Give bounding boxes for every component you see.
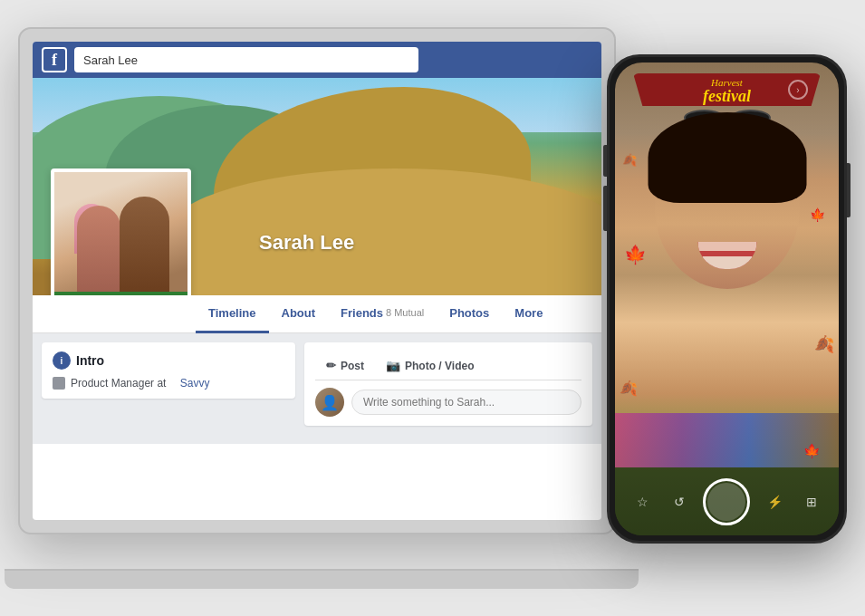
photo-video-tab[interactable]: 📷 Photo / Video bbox=[375, 351, 485, 380]
leaf-6: 🍂 bbox=[622, 153, 637, 167]
power-button bbox=[847, 163, 851, 217]
intro-card: i Intro Product Manager at Savvy bbox=[42, 342, 295, 399]
cover-photo-area: Sarah Lee save our park bbox=[33, 78, 601, 295]
post-tab[interactable]: ✏ Post bbox=[315, 351, 375, 380]
camera-icon: 📷 bbox=[386, 359, 400, 372]
gallery-button[interactable]: ⊞ bbox=[799, 489, 824, 515]
leaf-4: 🍂 bbox=[620, 380, 638, 397]
post-input-row: 👤 bbox=[315, 388, 581, 417]
profile-name-on-cover: Sarah Lee bbox=[259, 231, 354, 255]
leaf-3: 🍁 bbox=[810, 207, 825, 222]
left-column: i Intro Product Manager at Savvy bbox=[42, 342, 295, 435]
flip-camera-button[interactable]: ↺ bbox=[667, 489, 692, 515]
profile-content: i Intro Product Manager at Savvy bbox=[33, 333, 601, 444]
nav-about[interactable]: About bbox=[269, 295, 329, 333]
search-input[interactable] bbox=[74, 47, 418, 72]
flash-button[interactable]: ⚡ bbox=[762, 489, 787, 515]
phone-inner: 🍁 🍂 🍁 🍂 🍁 🍂 Harvest festival › bbox=[615, 63, 839, 535]
job-info: Product Manager at Savvy bbox=[53, 377, 284, 390]
scene: f Sarah Lee bbox=[0, 0, 865, 616]
leaf-2: 🍂 bbox=[814, 334, 834, 354]
leaf-5: 🍁 bbox=[803, 443, 821, 459]
facebook-logo-icon: f bbox=[42, 47, 67, 72]
profile-nav: Timeline About Friends 8 Mutual Photos M… bbox=[33, 295, 601, 333]
intro-icon: i bbox=[53, 351, 71, 370]
volume-up-button bbox=[603, 145, 607, 177]
intro-title: i Intro bbox=[53, 351, 284, 370]
nav-more[interactable]: More bbox=[502, 295, 555, 333]
volume-down-button bbox=[603, 186, 607, 231]
harvest-banner: Harvest festival › bbox=[633, 73, 821, 106]
laptop-base bbox=[5, 569, 639, 589]
company-link[interactable]: Savvy bbox=[180, 377, 210, 390]
post-text-input[interactable] bbox=[351, 390, 581, 415]
shutter-button[interactable] bbox=[703, 478, 750, 525]
shutter-inner bbox=[707, 483, 745, 521]
scarf bbox=[615, 413, 839, 467]
facebook-topbar: f bbox=[33, 42, 601, 78]
nav-photos[interactable]: Photos bbox=[437, 295, 502, 333]
nav-friends[interactable]: Friends 8 Mutual bbox=[328, 295, 437, 333]
briefcase-icon bbox=[53, 377, 65, 390]
hair bbox=[648, 112, 806, 203]
leaf-1: 🍁 bbox=[624, 244, 647, 265]
banner-arrow[interactable]: › bbox=[788, 80, 808, 100]
post-composer-card: ✏ Post 📷 Photo / Video 👤 bbox=[304, 342, 592, 426]
pencil-icon: ✏ bbox=[326, 359, 336, 372]
nav-timeline[interactable]: Timeline bbox=[196, 295, 269, 333]
phone-body: 🍁 🍂 🍁 🍂 🍁 🍂 Harvest festival › bbox=[607, 54, 847, 544]
commenter-avatar: 👤 bbox=[315, 388, 344, 417]
harvest-festival-text: festival bbox=[642, 88, 812, 104]
phone-screen: 🍁 🍂 🍁 🍂 🍁 🍂 Harvest festival › bbox=[615, 63, 839, 535]
laptop-body: f Sarah Lee bbox=[18, 27, 616, 534]
camera-preview: 🍁 🍂 🍁 🍂 🍁 🍂 Harvest festival › bbox=[615, 63, 839, 535]
friends-mutual-count: 8 Mutual bbox=[386, 307, 424, 318]
effects-button[interactable]: ☆ bbox=[630, 489, 655, 515]
camera-controls: ☆ ↺ ⚡ ⊞ bbox=[615, 467, 839, 535]
laptop-screen: f Sarah Lee bbox=[33, 42, 601, 520]
park-badge: save our park bbox=[54, 292, 187, 295]
phone: 🍁 🍂 🍁 🍂 🍁 🍂 Harvest festival › bbox=[607, 54, 847, 544]
profile-picture: save our park bbox=[51, 168, 191, 295]
laptop: f Sarah Lee bbox=[18, 27, 625, 589]
right-column: ✏ Post 📷 Photo / Video 👤 bbox=[304, 342, 592, 435]
post-tabs: ✏ Post 📷 Photo / Video bbox=[315, 351, 581, 380]
